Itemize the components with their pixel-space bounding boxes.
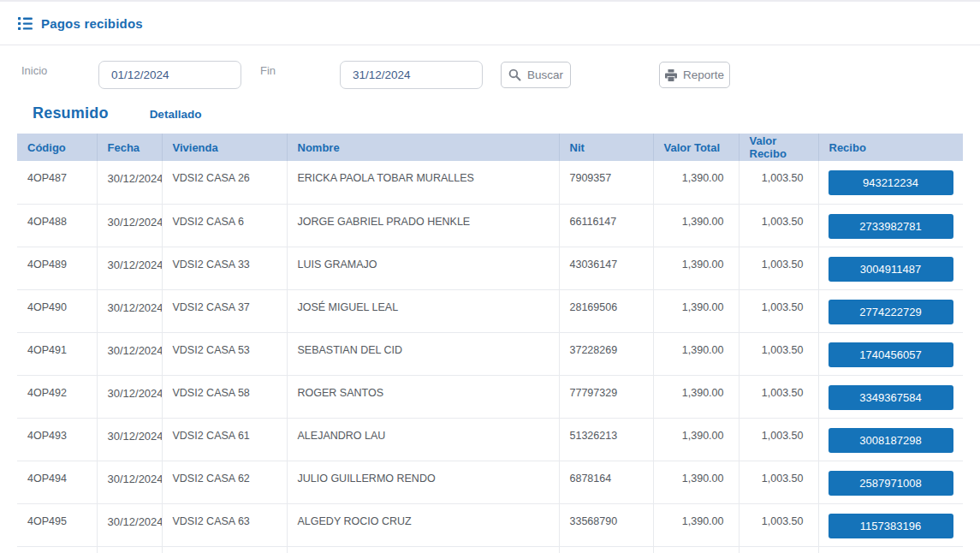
cell-codigo: 4OP489	[17, 247, 97, 289]
cell-nit: 51326213	[559, 418, 653, 461]
cell-vivienda: VDSI2 CASA 61	[162, 418, 287, 461]
column-header-fecha: Fecha	[97, 134, 162, 161]
tab-bar: ResumidoDetallado	[0, 104, 980, 127]
cell-codigo: 4OP491	[17, 332, 97, 375]
inicio-label: Inicio	[21, 61, 98, 77]
cell-vivienda: VDSI2 CASA 6	[162, 204, 287, 247]
cell-nit: 43036147	[559, 247, 653, 289]
column-header-nombre: Nombre	[287, 134, 559, 161]
tab-detallado[interactable]: Detallado	[150, 108, 202, 121]
cell-nit	[559, 546, 653, 553]
payments-table: CódigoFechaViviendaNombreNitValor TotalV…	[17, 134, 963, 553]
cell-nombre: JORGE GABRIEL PRADO HENKLE	[287, 204, 559, 247]
filter-bar: Inicio Fin Buscar Reporte	[0, 61, 980, 89]
column-header-codigo: Código	[17, 134, 97, 161]
cell-valor_recibo: 1,003.50	[739, 503, 818, 546]
cell-recibo: 1157383196	[818, 503, 963, 546]
recibo-button[interactable]: 943212234	[829, 170, 953, 195]
cell-valor_recibo: 1,003.50	[739, 375, 818, 418]
cell-valor_recibo: 1,003.50	[739, 204, 818, 247]
table-row	[17, 546, 963, 553]
column-header-recibo: Recibo	[818, 134, 963, 161]
cell-fecha: 30/12/2024	[97, 375, 162, 418]
table-row: 4OP49230/12/2024VDSI2 CASA 58ROGER SANTO…	[17, 375, 963, 418]
cell-codigo: 4OP487	[17, 161, 97, 204]
recibo-button[interactable]: 2733982781	[829, 214, 953, 239]
cell-valor_recibo: 1,003.50	[739, 247, 818, 289]
cell-codigo: 4OP490	[17, 289, 97, 332]
cell-nit: 28169506	[559, 289, 653, 332]
cell-nit: 7909357	[559, 161, 653, 204]
column-header-valor_recibo: Valor Recibo	[739, 134, 818, 161]
table-row: 4OP49030/12/2024VDSI2 CASA 37JOSÉ MIGUEL…	[17, 289, 963, 332]
fin-label: Fin	[260, 61, 340, 77]
cell-codigo: 4OP495	[17, 503, 97, 546]
inicio-date-input[interactable]	[98, 61, 241, 89]
cell-nit: 77797329	[559, 375, 653, 418]
column-header-valor_total: Valor Total	[653, 134, 739, 161]
recibo-button[interactable]: 3004911487	[829, 257, 953, 282]
cell-recibo: 2587971008	[818, 461, 963, 503]
cell-fecha: 30/12/2024	[97, 418, 162, 461]
table-row: 4OP49330/12/2024VDSI2 CASA 61ALEJANDRO L…	[17, 418, 963, 461]
cell-recibo: 3008187298	[818, 418, 963, 461]
cell-fecha: 30/12/2024	[97, 204, 162, 247]
cell-nombre: LUIS GRAMAJO	[287, 247, 559, 289]
cell-codigo: 4OP492	[17, 375, 97, 418]
cell-vivienda: VDSI2 CASA 53	[162, 332, 287, 375]
table-row: 4OP48830/12/2024VDSI2 CASA 6JORGE GABRIE…	[17, 204, 963, 247]
table-row: 4OP49430/12/2024VDSI2 CASA 62JULIO GUILL…	[17, 461, 963, 503]
cell-vivienda: VDSI2 CASA 26	[162, 161, 287, 204]
tab-resumido[interactable]: Resumido	[33, 104, 109, 122]
recibo-button[interactable]: 2774222729	[829, 300, 953, 324]
table-row: 4OP49530/12/2024VDSI2 CASA 63ALGEDY ROCI…	[17, 503, 963, 546]
recibo-button[interactable]: 3008187298	[829, 428, 953, 453]
table-header-row: CódigoFechaViviendaNombreNitValor TotalV…	[17, 134, 963, 161]
cell-nit: 66116147	[559, 204, 653, 247]
cell-nit: 6878164	[559, 461, 653, 503]
buscar-button[interactable]: Buscar	[501, 62, 571, 88]
page-title: Pagos recibidos	[41, 16, 143, 31]
fin-date-input[interactable]	[340, 61, 483, 89]
cell-nombre: JULIO GUILLERMO RENDO	[287, 461, 559, 503]
column-header-vivienda: Vivienda	[162, 134, 287, 161]
cell-nombre: SEBASTIAN DEL CID	[287, 332, 559, 375]
cell-nit: 33568790	[559, 503, 653, 546]
cell-valor_total: 1,390.00	[653, 418, 739, 461]
cell-valor_total: 1,390.00	[653, 461, 739, 503]
table-row: 4OP49130/12/2024VDSI2 CASA 53SEBASTIAN D…	[17, 332, 963, 375]
cell-valor_total: 1,390.00	[653, 247, 739, 289]
cell-recibo	[818, 546, 963, 553]
cell-vivienda: VDSI2 CASA 33	[162, 247, 287, 289]
cell-fecha	[97, 546, 162, 553]
table-row: 4OP48730/12/2024VDSI2 CASA 26ERICKA PAOL…	[17, 161, 963, 204]
cell-recibo: 2774222729	[818, 289, 963, 332]
cell-nombre: ROGER SANTOS	[287, 375, 559, 418]
cell-codigo: 4OP494	[17, 461, 97, 503]
cell-recibo: 943212234	[818, 161, 963, 204]
cell-recibo: 3004911487	[818, 247, 963, 289]
cell-valor_total: 1,390.00	[653, 204, 739, 247]
recibo-button[interactable]: 1157383196	[829, 514, 953, 538]
cell-valor_total	[653, 546, 739, 553]
recibo-button[interactable]: 3349367584	[829, 385, 953, 410]
recibo-button[interactable]: 1740456057	[829, 342, 953, 367]
cell-recibo: 3349367584	[818, 375, 963, 418]
cell-fecha: 30/12/2024	[97, 289, 162, 332]
cell-vivienda: VDSI2 CASA 62	[162, 461, 287, 503]
table-body: 4OP48730/12/2024VDSI2 CASA 26ERICKA PAOL…	[17, 161, 963, 553]
payments-table-container: CódigoFechaViviendaNombreNitValor TotalV…	[17, 134, 963, 553]
cell-valor_recibo: 1,003.50	[739, 161, 818, 204]
cell-fecha: 30/12/2024	[97, 332, 162, 375]
recibo-button[interactable]: 2587971008	[829, 471, 953, 496]
cell-recibo: 1740456057	[818, 332, 963, 375]
reporte-button[interactable]: Reporte	[659, 62, 730, 88]
cell-codigo	[17, 546, 97, 553]
cell-valor_recibo: 1,003.50	[739, 418, 818, 461]
cell-valor_recibo: 1,003.50	[739, 289, 818, 332]
cell-nombre	[287, 546, 559, 553]
buscar-button-label: Buscar	[527, 68, 563, 81]
cell-valor_total: 1,390.00	[653, 375, 739, 418]
cell-valor_total: 1,390.00	[653, 289, 739, 332]
reporte-button-label: Reporte	[683, 68, 724, 81]
